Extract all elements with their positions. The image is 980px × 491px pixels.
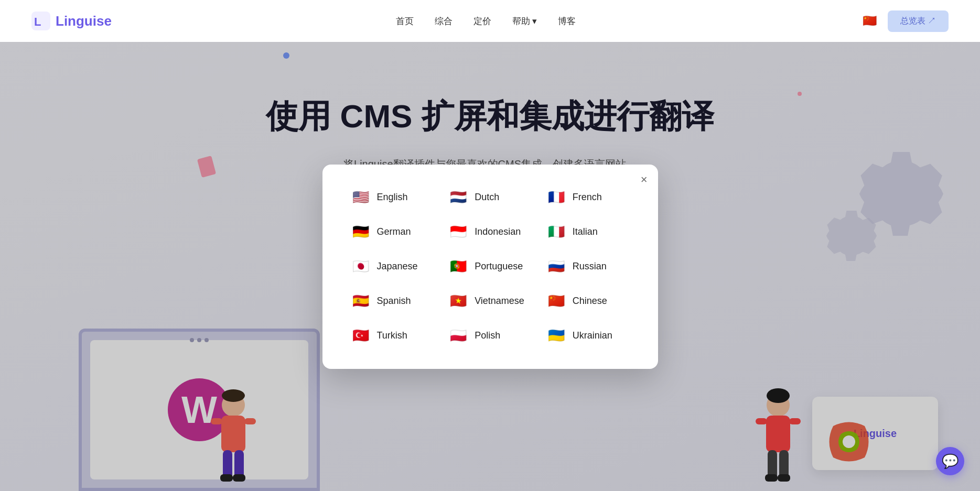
indonesian-flag: 🇮🇩 — [448, 222, 468, 242]
lang-item-polish[interactable]: 🇵🇱 Polish — [445, 324, 535, 348]
russian-label: Russian — [573, 261, 607, 272]
lang-item-italian[interactable]: 🇮🇹 Italian — [543, 220, 633, 244]
brand-name: Linguise — [56, 13, 112, 29]
language-modal: × 🇺🇸 English 🇳🇱 Dutch 🇫🇷 French 🇩🇪 Germa… — [322, 165, 658, 369]
french-label: French — [573, 192, 602, 203]
lang-item-spanish[interactable]: 🇪🇸 Spanish — [348, 289, 437, 313]
lang-item-german[interactable]: 🇩🇪 German — [348, 220, 437, 244]
lang-item-ukrainian[interactable]: 🇺🇦 Ukrainian — [543, 324, 633, 348]
svg-text:L: L — [34, 15, 41, 28]
vietnamese-flag: 🇻🇳 — [448, 291, 468, 311]
lang-item-russian[interactable]: 🇷🇺 Russian — [543, 255, 633, 279]
spanish-label: Spanish — [377, 296, 411, 307]
nav-links: 首页 综合 定价 帮助 ▾ 博客 — [396, 15, 576, 27]
italian-label: Italian — [573, 226, 598, 237]
portuguese-flag: 🇵🇹 — [448, 257, 468, 277]
modal-close-button[interactable]: × — [641, 173, 648, 187]
vietnamese-label: Vietnamese — [475, 296, 524, 307]
russian-flag: 🇷🇺 — [546, 257, 566, 277]
lang-item-chinese[interactable]: 🇨🇳 Chinese — [543, 289, 633, 313]
lang-item-dutch[interactable]: 🇳🇱 Dutch — [445, 186, 535, 210]
indonesian-label: Indonesian — [475, 226, 521, 237]
german-label: German — [377, 226, 411, 237]
ukrainian-flag: 🇺🇦 — [546, 326, 566, 346]
turkish-flag: 🇹🇷 — [351, 326, 371, 346]
nav-pricing[interactable]: 定价 — [473, 15, 491, 27]
english-label: English — [377, 192, 408, 203]
lang-item-portuguese[interactable]: 🇵🇹 Portuguese — [445, 255, 535, 279]
main-background: 使用 CMS 扩屏和集成进行翻译 将Linguise翻译插件与您最喜欢的CMS集… — [0, 42, 980, 491]
nav-help[interactable]: 帮助 ▾ — [512, 15, 537, 27]
nav-right: 🇨🇳 总览表 ↗ — [860, 10, 949, 32]
dashboard-button[interactable]: 总览表 ↗ — [888, 10, 949, 32]
chat-button[interactable]: 💬 — [936, 447, 964, 475]
portuguese-label: Portuguese — [475, 261, 523, 272]
turkish-label: Turkish — [377, 330, 407, 341]
lang-item-english[interactable]: 🇺🇸 English — [348, 186, 437, 210]
language-grid: 🇺🇸 English 🇳🇱 Dutch 🇫🇷 French 🇩🇪 German … — [348, 186, 633, 348]
chinese-label: Chinese — [573, 296, 607, 307]
nav-blog[interactable]: 博客 — [558, 15, 576, 27]
dutch-label: Dutch — [475, 192, 499, 203]
chevron-down-icon: ▾ — [532, 16, 537, 27]
lang-item-japanese[interactable]: 🇯🇵 Japanese — [348, 255, 437, 279]
italian-flag: 🇮🇹 — [546, 222, 566, 242]
german-flag: 🇩🇪 — [351, 222, 371, 242]
logo[interactable]: L Linguise — [31, 12, 112, 30]
dutch-flag: 🇳🇱 — [448, 188, 468, 208]
ukrainian-label: Ukrainian — [573, 330, 612, 341]
lang-item-french[interactable]: 🇫🇷 French — [543, 186, 633, 210]
french-flag: 🇫🇷 — [546, 188, 566, 208]
nav-home[interactable]: 首页 — [396, 15, 414, 27]
lang-item-indonesian[interactable]: 🇮🇩 Indonesian — [445, 220, 535, 244]
polish-label: Polish — [475, 330, 500, 341]
lang-item-turkish[interactable]: 🇹🇷 Turkish — [348, 324, 437, 348]
nav-comprehensive[interactable]: 综合 — [435, 15, 453, 27]
spanish-flag: 🇪🇸 — [351, 291, 371, 311]
chinese-flag: 🇨🇳 — [546, 291, 566, 311]
japanese-label: Japanese — [377, 261, 418, 272]
polish-flag: 🇵🇱 — [448, 326, 468, 346]
navbar: L Linguise 首页 综合 定价 帮助 ▾ 博客 🇨🇳 总览表 ↗ — [0, 0, 980, 42]
japanese-flag: 🇯🇵 — [351, 257, 371, 277]
language-flag[interactable]: 🇨🇳 — [860, 12, 879, 30]
english-flag: 🇺🇸 — [351, 188, 371, 208]
lang-item-vietnamese[interactable]: 🇻🇳 Vietnamese — [445, 289, 535, 313]
